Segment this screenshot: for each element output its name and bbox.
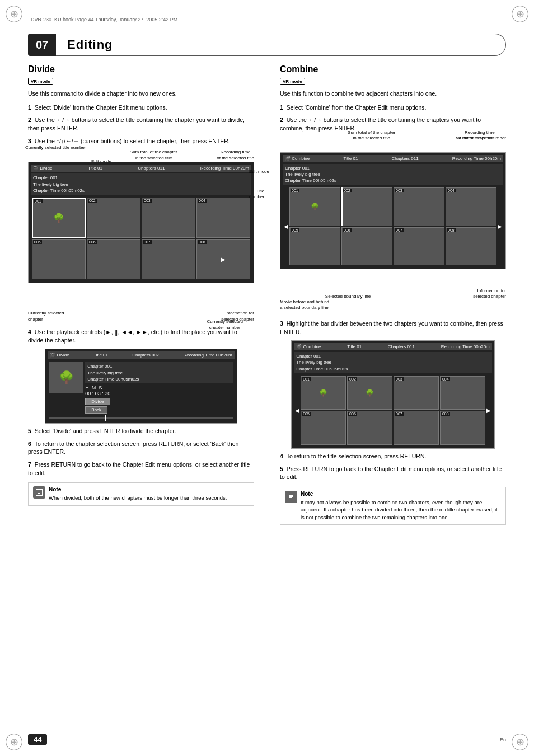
divide-diagram-1: Edit mode Sum total of the chapterin the…: [28, 162, 254, 283]
label-combine-edit-mode: Edit mode: [249, 169, 269, 175]
chapter-number: 07: [28, 34, 56, 56]
combine-thumb-004: 004: [446, 187, 496, 226]
page-lang: En: [500, 737, 506, 743]
label-sum-total: Sum total of the chapterin the selected …: [130, 149, 177, 161]
divide-screen-2: 🎬 Divide Title 01 Chapters 007 Recording…: [45, 349, 237, 424]
label-combine-rectime: Recording timeof the selected title: [457, 130, 495, 142]
label-info-selected-chapter: Information forselected chapter: [473, 288, 506, 300]
page-number: 44: [28, 734, 47, 745]
label-recording-time: Recording timeof the selected title: [217, 149, 254, 161]
label-selected-boundary: Selected boundary line: [325, 294, 371, 299]
thumb-006: 006: [87, 239, 140, 279]
combine-step-3: 3 Highlight the bar divider between the …: [280, 320, 506, 336]
combine-diagram-1: Selected chapter number Sum total of the…: [280, 152, 506, 269]
combine2-thumb-006: 006: [347, 411, 392, 445]
combine-thumb-006: 006: [341, 227, 392, 265]
screen1-title: Title 01: [88, 166, 102, 171]
divide-button[interactable]: Divide: [85, 398, 110, 405]
combine-intro: Use this function to combine two adjacen…: [280, 90, 506, 98]
combine-title: Combine: [280, 64, 506, 74]
label-movie-before-behind: Movie before and behinda selected bounda…: [280, 299, 329, 311]
content-area: Divide VR mode Use this command to divid…: [28, 64, 506, 722]
corner-br: [512, 734, 528, 750]
divide-vr-badge: VR mode: [28, 78, 53, 85]
corner-tl: [6, 6, 22, 22]
thumb-001: 001 🌳: [32, 198, 86, 238]
combine2-thumb-003: 003: [394, 376, 439, 410]
label-combine-sum: Sum total of the chapterin the selected …: [348, 130, 395, 142]
divide-step-7: 7 Press RETURN to go back to the Chapter…: [28, 461, 254, 477]
screen1-mode: 🎬 Divide: [33, 166, 52, 171]
divide-note: Note When divided, both of the new chapt…: [28, 482, 254, 505]
thumb-005: 005: [32, 239, 86, 279]
divide-section: Divide VR mode Use this command to divid…: [28, 64, 260, 722]
combine-step-4: 4 To return to the title selection scree…: [280, 452, 506, 461]
divide-diagram-2: 🎬 Divide Title 01 Chapters 007 Recording…: [45, 349, 237, 424]
back-button[interactable]: Back: [85, 406, 107, 414]
combine-diagram-2: 🎬 Combine Title 01 Chapters 011 Recordin…: [291, 340, 495, 449]
combine-thumb-001: 001 🌳: [289, 187, 340, 226]
thumb-003: 003: [142, 198, 195, 238]
divide-step-3: 3 Use the ↑/↓/←/→ (cursor buttons) to se…: [28, 137, 254, 145]
combine2-thumb-001: 001 🌳: [301, 376, 346, 410]
label-currently-chapter: Currently selectedchapter: [28, 311, 64, 322]
divide-screen-1: 🎬 Divide Title 01 Chapters 011 Recording…: [28, 162, 254, 283]
screen1-header: 🎬 Divide Title 01 Chapters 011 Recording…: [31, 165, 251, 172]
combine-thumb-005: 005: [289, 227, 340, 265]
meta-line: DVR-230_KU.book Page 44 Thursday, Januar…: [31, 17, 177, 22]
thumb-004: 004: [196, 198, 250, 238]
chapter-title-box: Editing: [56, 34, 506, 56]
divide-step-6: 6 To return to the chapter selection scr…: [28, 440, 254, 456]
combine-thumb-007: 007: [394, 227, 444, 265]
screen1-chapters: Chapters 011: [138, 166, 165, 171]
combine-note: Note It may not always be possible to co…: [280, 487, 506, 525]
combine2-thumb-008: 008: [440, 411, 485, 445]
note-content: Note When divided, both of the new chapt…: [49, 486, 227, 501]
label-title-number: Titlenumber: [249, 189, 264, 200]
combine-thumb-003: 003: [394, 187, 444, 226]
thumb-002: 002: [87, 198, 140, 238]
corner-tr: [512, 6, 528, 22]
header-bar: 07 Editing: [28, 34, 506, 56]
thumb-007: 007: [142, 239, 195, 279]
combine-thumb-002: 002: [341, 187, 392, 226]
corner-bl: [6, 734, 22, 750]
combine-screen-2: 🎬 Combine Title 01 Chapters 011 Recordin…: [291, 340, 495, 449]
divide-intro: Use this command to divide a chapter int…: [28, 90, 254, 98]
combine2-thumb-002: 002 🌳: [347, 376, 392, 410]
combine-vr-badge: VR mode: [280, 78, 305, 85]
label-chapter-number: Currently selectedchapter number: [207, 319, 243, 331]
divide-step-1: 1 Select 'Divide' from the Chapter Edit …: [28, 104, 254, 112]
label-currently-selected-title: Currently selected title number: [25, 145, 86, 151]
combine-step-1: 1 Select 'Combine' from the Chapter Edit…: [280, 104, 506, 112]
combine-thumb-008: 008: [446, 227, 496, 265]
screen1-thumbs: 001 🌳 002 003 004 005: [31, 196, 251, 280]
screen1-info: Chapter 001 The lively big tree Chapter …: [31, 173, 251, 195]
combine-screen1-header: 🎬 Combine Title 01 Chapters 011 Recordin…: [283, 155, 503, 162]
combine2-thumb-004: 004: [440, 376, 485, 410]
combine-screen-1: 🎬 Combine Title 01 Chapters 011 Recordin…: [280, 152, 506, 269]
screen1-rectime: Recording Time 00h20m: [200, 166, 249, 171]
screen2-header: 🎬 Divide Title 01 Chapters 007 Recording…: [48, 351, 234, 359]
chapter-title: Editing: [67, 37, 113, 52]
combine-step-5: 5 Press RETURN to go back to the Chapter…: [280, 465, 506, 481]
page-footer: 44 En: [28, 734, 506, 745]
combine-section: Combine VR mode Use this function to com…: [277, 64, 506, 722]
combine2-thumb-005: 005: [301, 411, 346, 445]
divide-step-5: 5 Select 'Divide' and press ENTER to div…: [28, 427, 254, 435]
combine-note-content: Note It may not always be possible to co…: [301, 491, 501, 521]
note-icon: [33, 486, 45, 499]
combine2-thumb-007: 007: [394, 411, 439, 445]
divide-title: Divide: [28, 64, 254, 74]
thumb-008: 008 ▶: [196, 239, 250, 279]
divide-step-2: 2 Use the ←/→ buttons to select the titl…: [28, 116, 254, 132]
combine-note-icon: [285, 491, 297, 503]
